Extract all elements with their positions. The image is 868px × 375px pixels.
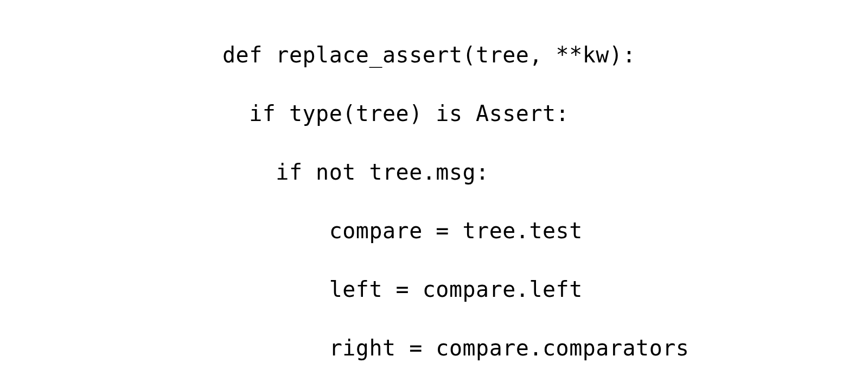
code-line-5: left = compare.left bbox=[222, 275, 703, 304]
code-text: if not tree.msg: bbox=[276, 160, 489, 185]
indent bbox=[222, 218, 329, 243]
code-block: def replace_assert(tree, **kw): if type(… bbox=[222, 11, 703, 375]
code-text: def replace_assert(tree, **kw): bbox=[222, 42, 636, 67]
indent bbox=[222, 335, 329, 360]
indent bbox=[222, 160, 276, 185]
code-line-4: compare = tree.test bbox=[222, 216, 703, 245]
code-text: right = compare.comparators bbox=[329, 335, 690, 360]
code-line-3: if not tree.msg: bbox=[222, 157, 703, 187]
code-line-2: if type(tree) is Assert: bbox=[222, 99, 703, 128]
indent bbox=[222, 101, 249, 126]
code-text: left = compare.left bbox=[329, 277, 583, 302]
code-text: compare = tree.test bbox=[329, 218, 583, 243]
code-text: if type(tree) is Assert: bbox=[249, 101, 569, 126]
code-line-6: right = compare.comparators bbox=[222, 333, 703, 363]
indent bbox=[222, 277, 329, 302]
code-line-1: def replace_assert(tree, **kw): bbox=[222, 40, 703, 69]
